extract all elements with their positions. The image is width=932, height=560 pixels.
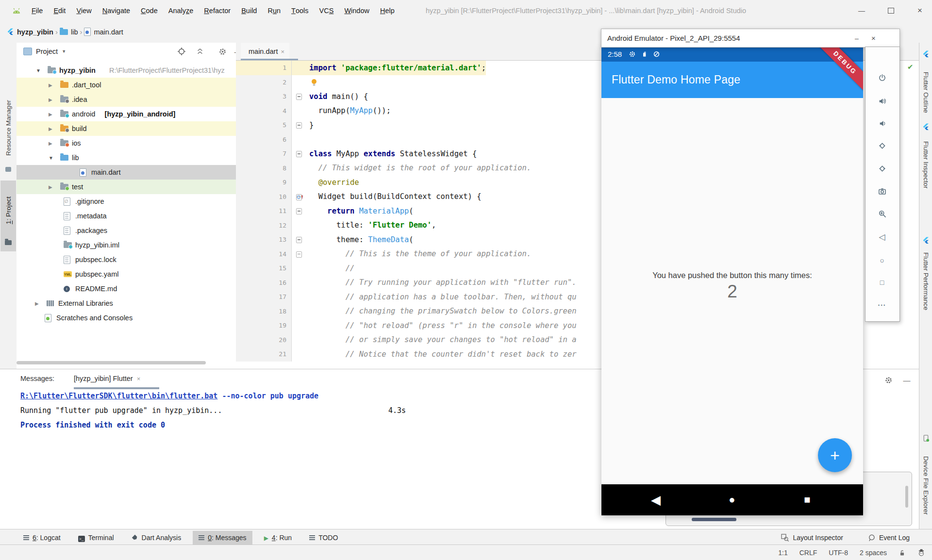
intention-bulb-icon[interactable]: [310, 78, 318, 87]
sidebar-item-flutter-outline[interactable]: Flutter Outline: [919, 58, 932, 126]
tree-item-idea[interactable]: ▶.idea: [17, 92, 236, 107]
emulator-screenshot-icon[interactable]: [865, 186, 899, 197]
menu-item-code[interactable]: Code: [135, 0, 163, 21]
tree-item-main-dart[interactable]: main.dart: [17, 165, 236, 180]
sidebar-item-device-file-explorer[interactable]: Device File Explorer: [919, 444, 932, 527]
emulator-power-icon[interactable]: [865, 72, 899, 83]
file-encoding[interactable]: UTF-8: [829, 549, 848, 557]
horizontal-scrollbar[interactable]: [17, 361, 206, 364]
minimize-window-icon[interactable]: –: [855, 34, 859, 42]
emulator-screen[interactable]: 2:58 Flutter Demo Home Page DEBUG You ha…: [601, 47, 863, 515]
tree-item-metadata[interactable]: .metadata: [17, 209, 236, 223]
tree-item-lib[interactable]: ▼lib: [17, 150, 236, 165]
close-window-icon[interactable]: ×: [871, 34, 876, 42]
sidebar-item-resource-manager[interactable]: Resource Manager: [0, 91, 17, 164]
emulator-rotate-right-icon[interactable]: [865, 163, 899, 174]
project-view-selector[interactable]: Project: [36, 48, 58, 55]
tree-item-gitignore[interactable]: ∅.gitignore: [17, 194, 236, 209]
menu-item-tools[interactable]: Tools: [286, 0, 314, 21]
caret-position[interactable]: 1:1: [778, 549, 787, 557]
tree-item-android[interactable]: ▶android[hyzp_yibin_android]: [17, 107, 236, 121]
hector-inspector-icon[interactable]: [917, 549, 925, 557]
breadcrumb-item-main-dart[interactable]: main.dart: [84, 28, 123, 36]
tree-item-build[interactable]: ▶build: [17, 121, 236, 136]
fold-marker-icon[interactable]: [296, 151, 302, 157]
menu-item-help[interactable]: Help: [375, 0, 400, 21]
tool-button-dart-analysis[interactable]: Dart Analysis: [126, 531, 187, 544]
emulator-rotate-left-icon[interactable]: [865, 140, 899, 151]
write-lock-icon[interactable]: [899, 549, 906, 557]
tool-button-6-logcat[interactable]: 6: Logcat: [17, 531, 67, 544]
messages-tab-flutter[interactable]: [hyzp_yibin] Flutter ×: [74, 375, 140, 382]
console-link[interactable]: R:\Flutter\FlutterSDK\flutter\bin\flutte…: [20, 392, 217, 400]
tree-expand-arrow-icon[interactable]: ▼: [49, 155, 53, 161]
fold-marker-icon[interactable]: [296, 94, 302, 100]
breadcrumb-item-hyzp-yibin[interactable]: hyzp_yibin: [7, 28, 53, 36]
tree-collapse-arrow-icon[interactable]: ▶: [49, 97, 52, 102]
vertical-scrollbar[interactable]: [905, 486, 908, 508]
tool-button-4-run[interactable]: ▶4: Run: [258, 531, 298, 544]
fold-marker-icon[interactable]: [296, 122, 302, 129]
panel-settings-gear-icon[interactable]: [216, 46, 228, 57]
menu-item-analyze[interactable]: Analyze: [163, 0, 199, 21]
menu-item-edit[interactable]: Edit: [48, 0, 71, 21]
emulator-volume-up-icon[interactable]: [865, 96, 899, 106]
tree-item-packages[interactable]: .packages: [17, 223, 236, 238]
fab-add-button[interactable]: +: [818, 438, 852, 472]
emulator-volume-down-icon[interactable]: [865, 118, 899, 129]
emulator-more-icon[interactable]: ···: [865, 300, 899, 311]
tree-collapse-arrow-icon[interactable]: ▶: [49, 112, 52, 117]
sidebar-item-flutter-performance[interactable]: Flutter Performance: [919, 245, 932, 318]
tree-item-test[interactable]: ▶test: [17, 180, 236, 194]
tree-collapse-arrow-icon[interactable]: ▶: [49, 82, 52, 88]
tree-collapse-arrow-icon[interactable]: ▶: [49, 126, 52, 132]
emulator-overview-icon[interactable]: □: [865, 277, 899, 288]
menu-item-window[interactable]: Window: [339, 0, 375, 21]
collapse-all-icon[interactable]: [194, 46, 206, 57]
tool-button-terminal[interactable]: >_Terminal: [72, 531, 120, 544]
menu-item-run[interactable]: Run: [262, 0, 286, 21]
line-separator[interactable]: CRLF: [799, 549, 817, 557]
tree-item-pubspec-yaml[interactable]: YMLpubspec.yaml: [17, 267, 236, 281]
close-tab-icon[interactable]: ×: [137, 375, 141, 382]
close-tab-icon[interactable]: ×: [281, 48, 284, 55]
nav-overview-icon[interactable]: ■: [797, 484, 818, 515]
tree-collapse-arrow-icon[interactable]: ▶: [49, 141, 52, 146]
menu-item-view[interactable]: View: [71, 0, 97, 21]
locate-file-icon[interactable]: [176, 46, 187, 57]
sidebar-item-project[interactable]: 1: Project: [0, 183, 17, 238]
nav-home-icon[interactable]: ●: [721, 484, 743, 515]
tree-collapse-arrow-icon[interactable]: ▶: [49, 184, 52, 190]
menu-item-vcs[interactable]: VCS: [314, 0, 339, 21]
tree-item-external-libraries[interactable]: ▶External Libraries: [17, 296, 236, 311]
tool-button-event-log[interactable]: Event Log: [862, 531, 915, 544]
emulator-back-icon[interactable]: ◁: [865, 231, 899, 242]
tool-button-layout-inspector[interactable]: Layout Inspector: [775, 531, 849, 544]
menu-item-navigate[interactable]: Navigate: [97, 0, 135, 21]
tab-main-dart[interactable]: main.dart ×: [241, 43, 289, 60]
close-window-icon[interactable]: ×: [909, 0, 931, 21]
tree-expand-arrow-icon[interactable]: ▼: [36, 68, 41, 73]
override-method-icon[interactable]: ○↑: [297, 193, 304, 200]
menu-item-file[interactable]: File: [26, 0, 48, 21]
tree-item-readme-md[interactable]: iREADME.md: [17, 281, 236, 296]
sidebar-item-flutter-inspector[interactable]: Flutter Inspector: [919, 131, 932, 199]
fold-marker-icon[interactable]: [296, 208, 302, 214]
tree-collapse-arrow-icon[interactable]: ▶: [35, 301, 39, 306]
panel-settings-gear-icon[interactable]: [883, 375, 893, 385]
menu-item-build[interactable]: Build: [236, 0, 262, 21]
tree-item-scratches-and-consoles[interactable]: Scratches and Consoles: [17, 311, 236, 325]
menu-item-refactor[interactable]: Refactor: [199, 0, 236, 21]
emulator-home-icon[interactable]: ○: [865, 255, 899, 265]
tool-button-0-messages[interactable]: 0: Messages: [193, 531, 252, 544]
emulator-zoom-icon[interactable]: [865, 208, 899, 219]
tree-item-ios[interactable]: ▶ios: [17, 136, 236, 150]
tool-button-todo[interactable]: TODO: [303, 531, 344, 544]
hide-panel-icon[interactable]: —: [902, 375, 912, 385]
minimize-window-icon[interactable]: —: [850, 0, 873, 21]
tree-item-hyzp-yibin[interactable]: ▼hyzp_yibinR:\FlutterProject\FlutterProj…: [17, 63, 236, 78]
tree-item-pubspec-lock[interactable]: pubspec.lock: [17, 252, 236, 267]
nav-back-icon[interactable]: ◀: [645, 484, 666, 515]
maximize-window-icon[interactable]: [880, 0, 902, 21]
indent-style[interactable]: 2 spaces: [860, 549, 887, 557]
